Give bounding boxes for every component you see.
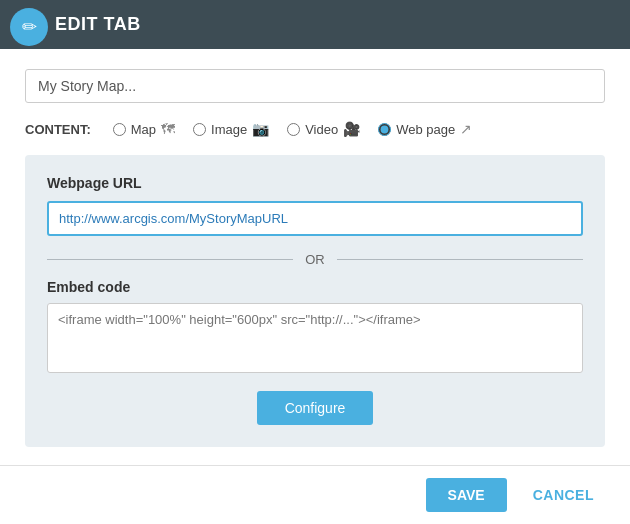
radio-webpage[interactable] <box>378 123 391 136</box>
modal-footer: SAVE CANCEL <box>0 465 630 524</box>
url-input[interactable] <box>47 201 583 236</box>
radio-video[interactable] <box>287 123 300 136</box>
tab-name-input[interactable] <box>25 69 605 103</box>
map-icon: 🗺 <box>161 121 175 137</box>
webpage-section: Webpage URL OR Embed code Configure <box>25 155 605 447</box>
radio-option-image[interactable]: Image 📷 <box>193 121 269 137</box>
radio-option-map[interactable]: Map 🗺 <box>113 121 175 137</box>
url-label: Webpage URL <box>47 175 583 191</box>
content-type-row: CONTENT: Map 🗺 Image 📷 Video 🎥 Web page … <box>25 121 605 137</box>
radio-option-video[interactable]: Video 🎥 <box>287 121 360 137</box>
webpage-icon: ↗ <box>460 121 472 137</box>
cancel-button[interactable]: CANCEL <box>517 478 610 512</box>
embed-label: Embed code <box>47 279 583 295</box>
modal-header: ✏ EDIT TAB <box>0 0 630 49</box>
edit-icon: ✏ <box>10 8 48 46</box>
radio-image[interactable] <box>193 123 206 136</box>
radio-map[interactable] <box>113 123 126 136</box>
edit-tab-modal: ✏ EDIT TAB CONTENT: Map 🗺 Image 📷 Video … <box>0 0 630 524</box>
embed-textarea[interactable] <box>47 303 583 373</box>
radio-option-webpage[interactable]: Web page ↗ <box>378 121 472 137</box>
image-icon: 📷 <box>252 121 269 137</box>
configure-button[interactable]: Configure <box>257 391 374 425</box>
video-icon: 🎥 <box>343 121 360 137</box>
content-label: CONTENT: <box>25 122 91 137</box>
modal-title: EDIT TAB <box>55 14 141 35</box>
or-divider: OR <box>47 252 583 267</box>
modal-body: CONTENT: Map 🗺 Image 📷 Video 🎥 Web page … <box>0 49 630 465</box>
save-button[interactable]: SAVE <box>426 478 507 512</box>
